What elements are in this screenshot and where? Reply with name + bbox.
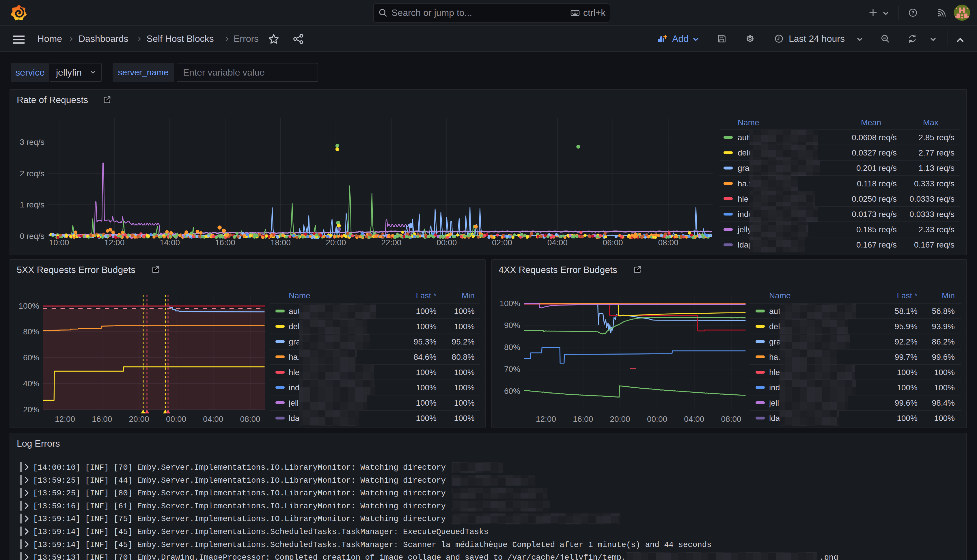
svg-text:3 req/s: 3 req/s [20,138,45,147]
svg-text:[13:59:16] [INF] [61] Emby.Ser: [13:59:16] [INF] [61] Emby.Server.Implem… [33,502,446,511]
svg-text:2.33 req/s: 2.33 req/s [919,225,954,234]
svg-text:100%: 100% [454,368,474,377]
svg-text:[13:59:25] [INF] [80] Emby.Ser: [13:59:25] [INF] [80] Emby.Server.Implem… [33,489,446,498]
svg-text:18:00: 18:00 [271,238,291,247]
svg-text:del: del [289,322,299,331]
svg-text:10:00: 10:00 [49,238,69,247]
svg-text:Name: Name [769,291,791,300]
svg-text:00:00: 00:00 [436,238,457,247]
svg-text:0 req/s: 0 req/s [20,232,45,241]
svg-text:hle: hle [769,368,780,377]
svg-text:100%: 100% [897,414,917,423]
svg-text:0.0173 req/s: 0.0173 req/s [852,210,897,219]
svg-text:Name: Name [738,118,759,127]
svg-text:95.9%: 95.9% [895,322,917,331]
svg-text:100%: 100% [897,383,917,392]
svg-text:04:00: 04:00 [548,238,568,247]
svg-text:ind: ind [769,383,780,392]
svg-text:gra: gra [738,163,750,173]
svg-text:Min: Min [942,291,955,300]
svg-text:80%: 80% [504,343,520,352]
svg-text:02:00: 02:00 [492,238,512,247]
svg-text:08:00: 08:00 [240,415,261,423]
svg-text:100%: 100% [454,322,474,331]
svg-text:100%: 100% [18,302,39,310]
svg-text:gra: gra [289,337,301,346]
svg-text:00:00: 00:00 [166,415,186,423]
svg-text:2.77 req/s: 2.77 req/s [919,148,954,157]
svg-text:1 req/s: 1 req/s [20,200,45,209]
svg-text:86.2%: 86.2% [932,337,955,346]
svg-text:100%: 100% [934,414,955,423]
svg-text:0.0250 req/s: 0.0250 req/s [852,195,897,203]
svg-text:hle: hle [289,368,299,377]
svg-text:100%: 100% [454,414,474,423]
svg-text:del: del [769,322,780,331]
svg-text:60%: 60% [23,353,39,362]
svg-text:95.3%: 95.3% [414,337,436,346]
svg-text:40%: 40% [23,379,39,388]
svg-text:Rate of Requests: Rate of Requests [17,95,88,105]
svg-text:100%: 100% [934,368,955,377]
svg-text:93.9%: 93.9% [932,322,955,331]
svg-text:99.6%: 99.6% [932,353,955,362]
svg-text:80%: 80% [23,327,39,336]
svg-text:[13:59:14] [INF] [45] Emby.Ser: [13:59:14] [INF] [45] Emby.Server.Implem… [33,527,489,536]
svg-text:08:00: 08:00 [658,238,678,247]
svg-text:100%: 100% [416,398,436,407]
svg-text:[13:59:14] [INF] [45] Emby.Ser: [13:59:14] [INF] [45] Emby.Server.Implem… [33,540,711,549]
svg-text:100%: 100% [416,383,436,392]
svg-text:[13:59:14] [INF] [75] Emby.Ser: [13:59:14] [INF] [75] Emby.Server.Implem… [33,514,446,523]
svg-text:08:00: 08:00 [721,415,742,423]
svg-text:100%: 100% [416,322,436,331]
svg-text:Last *: Last * [416,291,436,300]
svg-text:aut: aut [769,307,780,316]
svg-text:100%: 100% [454,383,474,392]
svg-text:jell: jell [769,398,779,407]
svg-text:1.13 req/s: 1.13 req/s [919,163,954,173]
svg-text:Last *: Last * [897,291,917,300]
svg-text:0.118 req/s: 0.118 req/s [857,179,897,188]
svg-text:0.167 req/s: 0.167 req/s [856,240,897,249]
svg-text:20%: 20% [23,405,39,414]
svg-text:0.0608 req/s: 0.0608 req/s [852,133,897,142]
svg-text:?: ? [912,10,914,16]
svg-text:70%: 70% [504,365,520,373]
svg-text:0.0327 req/s: 0.0327 req/s [852,148,897,157]
svg-text:2.85 req/s: 2.85 req/s [919,133,954,142]
svg-text:60%: 60% [504,387,520,395]
svg-text:Max: Max [923,118,938,127]
svg-text:.png: .png [819,553,838,560]
svg-text:0.0333 req/s: 0.0333 req/s [909,210,954,219]
svg-text:100%: 100% [416,414,436,423]
svg-text:06:00: 06:00 [603,238,623,247]
svg-text:56.8%: 56.8% [932,307,955,316]
svg-text:ha.: ha. [289,353,300,362]
svg-text:100%: 100% [499,299,520,308]
svg-text:16:00: 16:00 [215,238,235,247]
svg-text:16:00: 16:00 [92,415,112,423]
svg-text:4XX Requests Error Budgets: 4XX Requests Error Budgets [499,265,617,275]
svg-text:Name: Name [289,291,311,300]
svg-text:gra: gra [769,337,781,346]
svg-text:0.167 req/s: 0.167 req/s [914,240,954,249]
svg-text:ind: ind [289,383,299,392]
svg-text:5XX Requests Error Budgets: 5XX Requests Error Budgets [17,265,135,275]
svg-text:92.2%: 92.2% [895,337,917,346]
svg-text:lda: lda [289,414,300,423]
svg-text:100%: 100% [416,307,436,316]
svg-text:16:00: 16:00 [573,415,593,423]
svg-text:20:00: 20:00 [326,238,346,247]
svg-text:20:00: 20:00 [610,415,630,423]
svg-text:98.4%: 98.4% [932,398,955,407]
svg-text:100%: 100% [934,383,955,392]
svg-text:12:00: 12:00 [55,415,75,423]
svg-text:99.6%: 99.6% [895,398,917,407]
svg-text:jelly: jelly [737,225,752,234]
svg-text:12:00: 12:00 [104,238,124,247]
svg-text:0.201 req/s: 0.201 req/s [856,163,897,173]
svg-text:99.7%: 99.7% [895,353,917,362]
svg-text:lda: lda [769,414,780,423]
svg-text:04:00: 04:00 [203,415,223,423]
svg-text:Min: Min [462,291,474,300]
